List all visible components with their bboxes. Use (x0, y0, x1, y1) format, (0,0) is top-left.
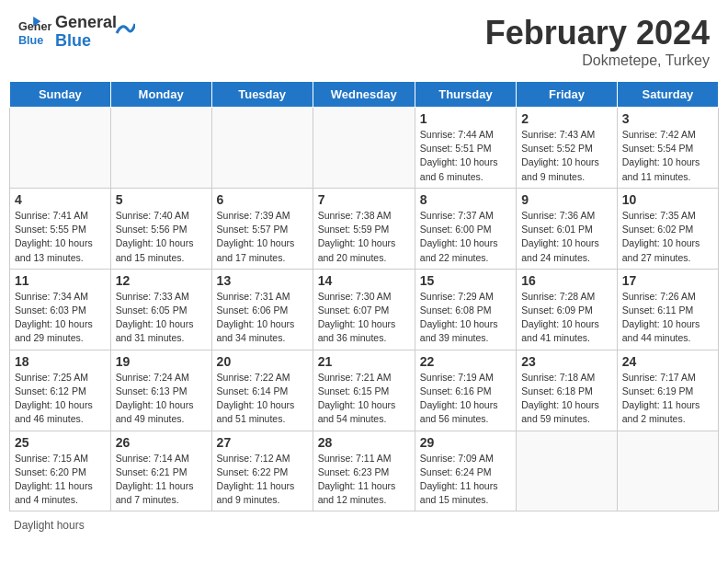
calendar-cell: 22Sunrise: 7:19 AMSunset: 6:16 PMDayligh… (415, 350, 516, 431)
day-info: Sunrise: 7:18 AMSunset: 6:18 PMDaylight:… (521, 371, 612, 427)
location: Dokmetepe, Turkey (485, 52, 710, 69)
day-info: Sunrise: 7:26 AMSunset: 6:11 PMDaylight:… (622, 290, 713, 346)
day-number: 11 (15, 273, 106, 288)
day-info: Sunrise: 7:12 AMSunset: 6:22 PMDaylight:… (217, 452, 308, 508)
svg-text:Blue: Blue (18, 33, 43, 46)
day-number: 19 (116, 354, 207, 369)
calendar-cell: 10Sunrise: 7:35 AMSunset: 6:02 PMDayligh… (617, 188, 718, 269)
logo-wave-icon (115, 15, 135, 40)
calendar-cell: 23Sunrise: 7:18 AMSunset: 6:18 PMDayligh… (517, 350, 618, 431)
day-info: Sunrise: 7:22 AMSunset: 6:14 PMDaylight:… (217, 371, 308, 427)
weekday-header-friday: Friday (517, 82, 618, 108)
weekday-header-sunday: Sunday (10, 82, 111, 108)
day-number: 22 (420, 354, 511, 369)
day-info: Sunrise: 7:42 AMSunset: 5:54 PMDaylight:… (622, 128, 713, 184)
day-number: 15 (420, 273, 511, 288)
calendar-cell: 3Sunrise: 7:42 AMSunset: 5:54 PMDaylight… (617, 108, 718, 189)
calendar-week-row: 11Sunrise: 7:34 AMSunset: 6:03 PMDayligh… (10, 269, 719, 350)
calendar-cell: 24Sunrise: 7:17 AMSunset: 6:19 PMDayligh… (617, 350, 718, 431)
logo: General Blue General Blue (18, 14, 135, 51)
day-number: 24 (622, 354, 713, 369)
calendar-cell: 1Sunrise: 7:44 AMSunset: 5:51 PMDaylight… (415, 108, 516, 189)
logo-blue: Blue (55, 32, 117, 51)
weekday-header-thursday: Thursday (415, 82, 516, 108)
calendar-cell: 4Sunrise: 7:41 AMSunset: 5:55 PMDaylight… (10, 188, 111, 269)
calendar-cell: 19Sunrise: 7:24 AMSunset: 6:13 PMDayligh… (110, 350, 211, 431)
calendar-cell: 8Sunrise: 7:37 AMSunset: 6:00 PMDaylight… (415, 188, 516, 269)
day-number: 18 (15, 354, 106, 369)
day-number: 4 (15, 192, 106, 207)
day-info: Sunrise: 7:11 AMSunset: 6:23 PMDaylight:… (318, 452, 410, 508)
day-number: 25 (15, 435, 106, 450)
day-number: 29 (420, 435, 511, 450)
day-info: Sunrise: 7:38 AMSunset: 5:59 PMDaylight:… (318, 209, 410, 265)
weekday-header-monday: Monday (110, 82, 211, 108)
day-number: 9 (521, 192, 612, 207)
calendar-cell: 7Sunrise: 7:38 AMSunset: 5:59 PMDaylight… (313, 188, 415, 269)
calendar-cell (10, 108, 111, 189)
day-info: Sunrise: 7:39 AMSunset: 5:57 PMDaylight:… (217, 209, 308, 265)
weekday-header-wednesday: Wednesday (313, 82, 415, 108)
day-info: Sunrise: 7:34 AMSunset: 6:03 PMDaylight:… (15, 290, 106, 346)
day-info: Sunrise: 7:36 AMSunset: 6:01 PMDaylight:… (521, 209, 612, 265)
day-info: Sunrise: 7:44 AMSunset: 5:51 PMDaylight:… (420, 128, 511, 184)
day-info: Sunrise: 7:31 AMSunset: 6:06 PMDaylight:… (217, 290, 308, 346)
day-number: 12 (116, 273, 207, 288)
day-info: Sunrise: 7:41 AMSunset: 5:55 PMDaylight:… (15, 209, 106, 265)
day-number: 14 (318, 273, 410, 288)
day-info: Sunrise: 7:17 AMSunset: 6:19 PMDaylight:… (622, 371, 713, 427)
day-number: 17 (622, 273, 713, 288)
month-title: February 2024 (485, 14, 710, 52)
day-info: Sunrise: 7:19 AMSunset: 6:16 PMDaylight:… (420, 371, 511, 427)
calendar-cell: 21Sunrise: 7:21 AMSunset: 6:15 PMDayligh… (313, 350, 415, 431)
calendar-week-row: 18Sunrise: 7:25 AMSunset: 6:12 PMDayligh… (10, 350, 719, 431)
day-number: 28 (318, 435, 410, 450)
day-number: 2 (521, 111, 612, 126)
day-number: 7 (318, 192, 410, 207)
day-info: Sunrise: 7:28 AMSunset: 6:09 PMDaylight:… (521, 290, 612, 346)
day-number: 8 (420, 192, 511, 207)
calendar-cell (617, 431, 718, 511)
day-info: Sunrise: 7:09 AMSunset: 6:24 PMDaylight:… (420, 452, 511, 508)
day-number: 5 (116, 192, 207, 207)
page-header: General Blue General Blue February 2024 … (9, 9, 719, 74)
calendar-cell: 5Sunrise: 7:40 AMSunset: 5:56 PMDaylight… (110, 188, 211, 269)
calendar-cell: 13Sunrise: 7:31 AMSunset: 6:06 PMDayligh… (211, 269, 313, 350)
calendar-cell (211, 108, 313, 189)
day-number: 27 (217, 435, 308, 450)
day-info: Sunrise: 7:15 AMSunset: 6:20 PMDaylight:… (15, 452, 106, 508)
weekday-header-tuesday: Tuesday (211, 82, 313, 108)
calendar-cell: 2Sunrise: 7:43 AMSunset: 5:52 PMDaylight… (517, 108, 618, 189)
day-number: 23 (521, 354, 612, 369)
day-number: 3 (622, 111, 713, 126)
calendar-cell: 9Sunrise: 7:36 AMSunset: 6:01 PMDaylight… (517, 188, 618, 269)
calendar-header-row: SundayMondayTuesdayWednesdayThursdayFrid… (10, 82, 719, 108)
day-info: Sunrise: 7:43 AMSunset: 5:52 PMDaylight:… (521, 128, 612, 184)
footer: Daylight hours (9, 519, 719, 532)
day-number: 10 (622, 192, 713, 207)
calendar-cell: 20Sunrise: 7:22 AMSunset: 6:14 PMDayligh… (211, 350, 313, 431)
logo-icon: General Blue (18, 16, 51, 49)
calendar-week-row: 4Sunrise: 7:41 AMSunset: 5:55 PMDaylight… (10, 188, 719, 269)
day-info: Sunrise: 7:21 AMSunset: 6:15 PMDaylight:… (318, 371, 410, 427)
day-info: Sunrise: 7:37 AMSunset: 6:00 PMDaylight:… (420, 209, 511, 265)
calendar-cell: 14Sunrise: 7:30 AMSunset: 6:07 PMDayligh… (313, 269, 415, 350)
calendar-cell: 28Sunrise: 7:11 AMSunset: 6:23 PMDayligh… (313, 431, 415, 511)
daylight-label: Daylight hours (14, 519, 85, 532)
calendar-cell: 16Sunrise: 7:28 AMSunset: 6:09 PMDayligh… (517, 269, 618, 350)
calendar-week-row: 1Sunrise: 7:44 AMSunset: 5:51 PMDaylight… (10, 108, 719, 189)
day-number: 13 (217, 273, 308, 288)
day-info: Sunrise: 7:35 AMSunset: 6:02 PMDaylight:… (622, 209, 713, 265)
calendar-table: SundayMondayTuesdayWednesdayThursdayFrid… (9, 81, 719, 511)
day-info: Sunrise: 7:30 AMSunset: 6:07 PMDaylight:… (318, 290, 410, 346)
title-block: February 2024 Dokmetepe, Turkey (485, 14, 710, 69)
day-number: 26 (116, 435, 207, 450)
day-number: 6 (217, 192, 308, 207)
day-info: Sunrise: 7:33 AMSunset: 6:05 PMDaylight:… (116, 290, 207, 346)
day-info: Sunrise: 7:25 AMSunset: 6:12 PMDaylight:… (15, 371, 106, 427)
day-info: Sunrise: 7:29 AMSunset: 6:08 PMDaylight:… (420, 290, 511, 346)
calendar-cell (313, 108, 415, 189)
day-info: Sunrise: 7:14 AMSunset: 6:21 PMDaylight:… (116, 452, 207, 508)
calendar-cell: 29Sunrise: 7:09 AMSunset: 6:24 PMDayligh… (415, 431, 516, 511)
calendar-week-row: 25Sunrise: 7:15 AMSunset: 6:20 PMDayligh… (10, 431, 719, 511)
